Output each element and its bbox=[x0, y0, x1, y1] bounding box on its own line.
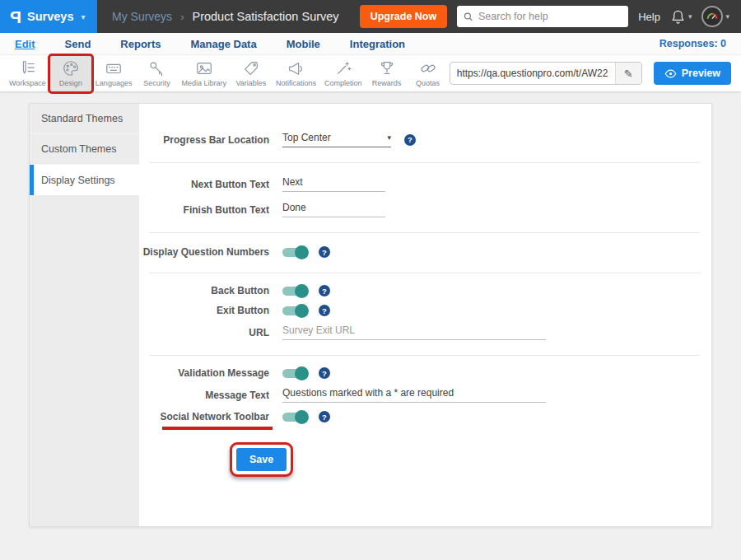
social-network-toolbar-label: Social Network Toolbar bbox=[139, 411, 269, 422]
survey-url-input[interactable] bbox=[450, 68, 615, 79]
help-search-box[interactable] bbox=[457, 6, 628, 27]
magic-wand-icon bbox=[334, 59, 352, 77]
section-divider bbox=[149, 273, 700, 273]
sidebar-item-display-settings[interactable]: Display Settings bbox=[30, 165, 139, 195]
toolbar-item-label: Workspace bbox=[9, 79, 46, 87]
toolbar-item-label: Quotas bbox=[416, 79, 440, 87]
toolbar-item-rewards[interactable]: Rewards bbox=[366, 55, 408, 92]
tag-icon bbox=[242, 59, 260, 77]
toolbar-item-quotas[interactable]: Quotas bbox=[408, 55, 449, 92]
toggle-knob bbox=[295, 410, 309, 424]
toolbar-item-design[interactable]: Design bbox=[50, 55, 91, 92]
avatar bbox=[701, 6, 723, 27]
breadcrumb-my-surveys[interactable]: My Surveys bbox=[112, 10, 172, 23]
tab-integration[interactable]: Integration bbox=[350, 38, 405, 50]
tab-edit[interactable]: Edit bbox=[15, 38, 35, 50]
chevron-down-icon: ▾ bbox=[688, 12, 692, 21]
finish-button-text-input[interactable] bbox=[282, 202, 385, 217]
back-button-row: Back Button ? bbox=[139, 285, 711, 296]
toolbar-item-label: Media Library bbox=[181, 79, 226, 87]
sidebar-item-standard-themes[interactable]: Standard Themes bbox=[30, 104, 139, 134]
red-annotation-box-save: Save bbox=[230, 442, 293, 477]
keyboard-icon bbox=[105, 59, 123, 77]
toolbar-item-label: Languages bbox=[96, 79, 133, 87]
back-button-toggle[interactable] bbox=[282, 287, 307, 296]
megaphone-icon bbox=[287, 59, 305, 77]
next-button-text-row: Next Button Text bbox=[139, 176, 711, 192]
toggle-knob bbox=[295, 245, 309, 259]
toolbar-item-media-library[interactable]: Media Library bbox=[177, 55, 231, 92]
help-icon[interactable]: ? bbox=[319, 305, 330, 316]
toolbar-item-security[interactable]: Security bbox=[136, 55, 177, 92]
image-icon bbox=[195, 59, 213, 77]
back-button-label: Back Button bbox=[139, 285, 269, 296]
progress-bar-location-row: Progress Bar Location Top Center ▾ ? bbox=[139, 132, 711, 147]
exit-button-row: Exit Button ? bbox=[139, 305, 711, 316]
eye-icon bbox=[664, 68, 677, 80]
chevron-down-icon: ▾ bbox=[725, 12, 729, 21]
account-menu[interactable]: ▾ bbox=[701, 6, 729, 27]
upgrade-now-button[interactable]: Upgrade Now bbox=[360, 5, 448, 28]
save-row: Save bbox=[139, 442, 711, 477]
social-network-toolbar-toggle[interactable] bbox=[282, 413, 307, 422]
exit-url-input[interactable] bbox=[282, 324, 546, 340]
message-text-row: Message Text bbox=[139, 387, 711, 403]
search-input[interactable] bbox=[478, 11, 622, 22]
section-divider bbox=[149, 162, 700, 163]
validation-message-row: Validation Message ? bbox=[139, 367, 711, 379]
progress-bar-location-select[interactable]: Top Center ▾ bbox=[282, 132, 391, 147]
help-icon[interactable]: ? bbox=[319, 411, 330, 422]
section-divider bbox=[149, 232, 700, 233]
questionpro-logo-icon: P bbox=[10, 8, 21, 26]
toolbar-item-label: Design bbox=[59, 79, 82, 87]
responses-count[interactable]: Responses: 0 bbox=[659, 38, 726, 49]
sidebar-item-custom-themes[interactable]: Custom Themes bbox=[30, 134, 139, 165]
next-button-text-input[interactable] bbox=[282, 176, 385, 192]
tab-send[interactable]: Send bbox=[65, 38, 91, 50]
tab-reports[interactable]: Reports bbox=[120, 38, 161, 50]
next-button-text-label: Next Button Text bbox=[139, 179, 269, 190]
toolbar-item-completion[interactable]: Completion bbox=[320, 55, 366, 92]
message-text-input[interactable] bbox=[282, 387, 546, 403]
display-question-numbers-label: Display Question Numbers bbox=[139, 246, 269, 258]
design-settings-card: Standard Themes Custom Themes Display Se… bbox=[29, 103, 712, 527]
edit-url-pencil-icon[interactable]: ✎ bbox=[615, 63, 641, 84]
social-network-toolbar-row: Social Network Toolbar ? bbox=[139, 411, 711, 422]
preview-button-label: Preview bbox=[682, 68, 720, 79]
edit-toolbar: Workspace Design Languages Security Medi… bbox=[0, 54, 741, 91]
preview-button[interactable]: Preview bbox=[654, 62, 731, 85]
product-menu-label: Surveys bbox=[27, 10, 73, 23]
toolbar-item-label: Completion bbox=[324, 79, 362, 87]
toolbar-item-label: Rewards bbox=[372, 79, 402, 87]
social-network-toolbar-label-text: Social Network Toolbar bbox=[161, 411, 269, 422]
progress-bar-location-label: Progress Bar Location bbox=[139, 134, 269, 146]
toolbar-item-notifications[interactable]: Notifications bbox=[272, 55, 320, 92]
help-icon[interactable]: ? bbox=[319, 285, 330, 296]
toggle-knob bbox=[295, 284, 309, 298]
survey-nav: Edit Send Reports Manage Data Mobile Int… bbox=[0, 33, 741, 54]
questionpro-logo-menu[interactable]: P Surveys ▾ bbox=[0, 0, 97, 33]
help-link[interactable]: Help bbox=[638, 11, 660, 23]
display-question-numbers-toggle[interactable] bbox=[282, 248, 307, 257]
section-divider bbox=[149, 355, 700, 356]
toolbar-item-languages[interactable]: Languages bbox=[91, 55, 137, 92]
display-settings-panel: Progress Bar Location Top Center ▾ ? Nex… bbox=[139, 104, 711, 526]
toolbar-item-variables[interactable]: Variables bbox=[231, 55, 272, 92]
validation-message-toggle[interactable] bbox=[282, 369, 307, 378]
exit-button-toggle[interactable] bbox=[282, 306, 307, 315]
tab-mobile[interactable]: Mobile bbox=[287, 38, 320, 50]
chain-link-icon bbox=[419, 59, 437, 77]
tab-manage-data[interactable]: Manage Data bbox=[190, 38, 256, 50]
notifications-menu[interactable]: ▾ bbox=[670, 9, 692, 25]
help-icon[interactable]: ? bbox=[319, 246, 330, 258]
design-palette-icon bbox=[62, 59, 80, 77]
gauge-icon bbox=[706, 10, 719, 23]
search-icon bbox=[464, 12, 473, 22]
survey-nav-items: Edit Send Reports Manage Data Mobile Int… bbox=[15, 38, 659, 50]
toolbar-item-label: Notifications bbox=[276, 79, 316, 87]
toolbar-item-workspace[interactable]: Workspace bbox=[5, 55, 50, 92]
help-icon[interactable]: ? bbox=[319, 367, 330, 379]
bell-icon bbox=[670, 9, 686, 25]
help-icon[interactable]: ? bbox=[404, 134, 416, 146]
save-button[interactable]: Save bbox=[236, 448, 287, 471]
